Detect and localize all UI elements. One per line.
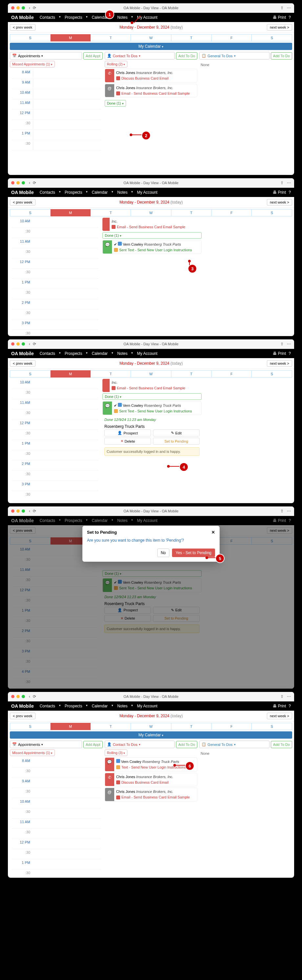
prev-week-button[interactable]: < prev week (10, 713, 35, 719)
red-chip-icon (116, 780, 120, 784)
browser-nav[interactable]: ‹⟳ (29, 509, 36, 513)
browser-actions[interactable]: ⇪⋯ (280, 509, 291, 513)
delete-button[interactable]: ✕Delete (104, 438, 151, 445)
rolling-chip[interactable]: Rolling (2) ▾ (105, 61, 128, 67)
close-icon[interactable]: ✕ (211, 530, 215, 535)
browser-actions[interactable]: ⇪⋯ (280, 181, 291, 185)
next-week-button[interactable]: next week > (267, 360, 292, 367)
panel-4: ‹⟳ OA Mobile - Day View - OA Mobile ⇪⋯ O… (8, 506, 294, 689)
time-8am: 8 AM (12, 69, 33, 79)
day-f[interactable]: F (212, 34, 252, 41)
menu-contacts[interactable]: Contacts (38, 15, 57, 20)
missed-appointments-chip[interactable]: Missed Appointments (1) ▾ (10, 749, 55, 756)
date-bar: < prev week Monday - December 9, 2024 (t… (8, 22, 294, 33)
edit-button[interactable]: ✎ Edit (153, 430, 199, 436)
day-s2[interactable]: S (252, 34, 292, 41)
main-menu[interactable]: Contacts▾ Prospects▾ Calendar▾ Notes▾ My… (38, 190, 159, 195)
help-link[interactable]: ? (289, 15, 291, 20)
my-calendar-banner[interactable]: My Calendar ▾ (10, 43, 292, 50)
traffic-lights[interactable] (11, 342, 25, 346)
panel-5: ‹⟳ OA Mobile - Day View - OA Mobile ⇪⋯ O… (8, 692, 294, 878)
time-1230: :30 (12, 120, 33, 130)
brand[interactable]: OA Mobile (11, 190, 34, 195)
browser-actions[interactable]: ⇪⋯ (280, 694, 291, 699)
menu-notes[interactable]: Notes (116, 15, 129, 20)
rolling-chip[interactable]: Rolling (3) ▾ (105, 749, 128, 756)
col-contact-todos: 👤 Contact To Dos ▾ Add To Do Rolling (2)… (105, 52, 198, 152)
middle-column: Inc. Email - Send Business Card Email Sa… (103, 218, 202, 336)
traffic-lights[interactable] (11, 181, 25, 185)
day-t[interactable]: T (90, 34, 131, 41)
traffic-lights[interactable] (11, 6, 25, 10)
traffic-lights[interactable] (11, 695, 25, 698)
card-vern[interactable]: 💬 ✔ Vern Cowley Rosenberg Truck Parts Se… (103, 401, 202, 415)
contact-todos-dropdown[interactable]: 👤 Contact To Dos ▾ (105, 52, 175, 59)
browser-actions[interactable]: ⇪⋯ (280, 6, 291, 10)
modal-no-button[interactable]: No (157, 549, 169, 557)
card-chris-2[interactable]: @ Chris Jones Insurance Brokers, Inc. Em… (105, 788, 198, 802)
titlebar: ‹⟳ OA Mobile - Day View - OA Mobile ⇪⋯ (8, 339, 294, 349)
day-row: S M T W T F S (10, 34, 292, 41)
col-general-todos: 📋 General To Dos ▾ Add To Do None (199, 52, 292, 152)
modal-yes-button[interactable]: Yes - Set to Pending (172, 549, 215, 557)
browser-actions[interactable]: ⇪⋯ (280, 342, 291, 346)
day-w[interactable]: W (131, 34, 171, 41)
general-todos-dropdown[interactable]: 📋 General To Dos ▾ (199, 741, 269, 748)
chat-icon: 💬 (105, 758, 114, 771)
done-chip[interactable]: Done (1) ▾ (103, 393, 202, 400)
callout-6: 6 (185, 761, 194, 770)
print-link[interactable]: 🖶 Print (273, 190, 286, 195)
general-todos-dropdown[interactable]: 📋 General To Dos ▾ (199, 52, 269, 59)
timeline: 10 AM :30 11 AM :30 12 PM :30 1 PM :30 2… (10, 218, 100, 336)
time-10am: 10 AM (12, 89, 33, 99)
day-s[interactable]: S (10, 34, 51, 41)
brand[interactable]: OA Mobile (11, 15, 34, 20)
contact-todos-dropdown[interactable]: 👤 Contact To Dos ▾ (105, 741, 175, 748)
red-chip-icon (116, 795, 120, 799)
add-appt-button[interactable]: Add Appt (83, 741, 103, 748)
callout-4: 4 (179, 462, 188, 472)
menu-prospects[interactable]: Prospects (63, 15, 83, 20)
done-chip[interactable]: Done (1) ▾ (103, 232, 202, 239)
add-todo-button-1[interactable]: Add To Do (176, 52, 197, 59)
next-week-button[interactable]: next week > (267, 24, 292, 30)
help-link[interactable]: ? (289, 190, 291, 195)
card-vern-pending[interactable]: 💬 Vern Cowley Rosenberg Truck Parts Text… (105, 757, 198, 772)
next-week-button[interactable]: next week > (267, 713, 292, 719)
prev-week-button[interactable]: < prev week (10, 199, 35, 205)
browser-nav[interactable]: ‹⟳ (29, 694, 36, 699)
date-bar: < prev week Monday - December 9, 2024 (t… (8, 197, 294, 208)
add-appt-button[interactable]: Add Appt (83, 52, 103, 59)
card-chris-2[interactable]: @ Chris Jones Insurance Brokers, Inc. Em… (105, 84, 198, 98)
appointments-dropdown[interactable]: 📅 Appointments ▾ (10, 741, 82, 748)
titlebar: ‹⟳ OA Mobile - Day View - OA Mobile ⇪⋯ (8, 3, 294, 13)
prospect-button[interactable]: 👤Prospect (104, 430, 151, 436)
missed-appointments-chip[interactable]: Missed Appointments (1) ▾ (10, 61, 55, 67)
traffic-lights[interactable] (11, 509, 25, 513)
add-todo-button-2[interactable]: Add To Do (271, 52, 292, 59)
card-inc[interactable]: Inc. Email - Send Business Card Email Sa… (103, 379, 202, 392)
phone-icon: ✆ (105, 773, 114, 786)
panel-1: ‹⟳ OA Mobile - Day View - OA Mobile ⇪⋯ O… (8, 3, 294, 175)
card-inc[interactable]: Inc. Email - Send Business Card Email Sa… (103, 218, 202, 231)
browser-nav[interactable]: ‹⟳ (29, 342, 36, 346)
card-chris-1[interactable]: ✆ Chris Jones Insurance Brokers, Inc. Di… (105, 773, 198, 787)
browser-title: OA Mobile - Day View - OA Mobile (123, 181, 178, 185)
done-chip[interactable]: Done (1) ▾ (105, 100, 126, 107)
prev-week-button[interactable]: < prev week (10, 360, 35, 367)
prev-week-button[interactable]: < prev week (10, 24, 35, 30)
next-week-button[interactable]: next week > (267, 199, 292, 205)
modal-message: Are you sure you want to change this ite… (87, 538, 215, 542)
card-chris-1[interactable]: ✆ Chris Jones Insurance Brokers, Inc. Di… (105, 69, 198, 83)
card-vern[interactable]: 💬 ✔ Vern Cowley Rosenberg Truck Parts Se… (103, 240, 202, 254)
day-m[interactable]: M (51, 34, 91, 41)
appointments-dropdown[interactable]: 📅 Appointments ▾ (10, 52, 82, 59)
set-to-pending-button[interactable]: Set to Pending (153, 438, 199, 445)
col-appointments: 📅 Appointments ▾ Add Appt Missed Appoint… (10, 52, 103, 152)
browser-nav[interactable]: ‹⟳ (29, 181, 36, 185)
red-chip-icon (116, 76, 120, 80)
day-t2[interactable]: T (171, 34, 212, 41)
print-link[interactable]: 🖶 Print (273, 15, 286, 20)
my-calendar-banner[interactable]: My Calendar ▾ (10, 731, 292, 739)
browser-nav[interactable]: ‹⟳ (29, 6, 36, 10)
